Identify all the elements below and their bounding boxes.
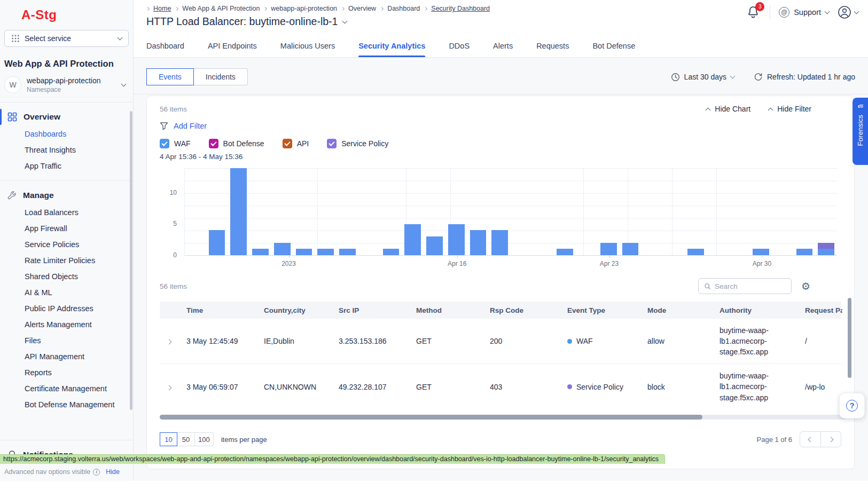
add-filter-button[interactable]: Add Filter bbox=[160, 122, 841, 130]
sidebar-item[interactable]: AI & ML bbox=[0, 284, 133, 301]
chart-bar-slot[interactable] bbox=[554, 168, 576, 255]
tab[interactable]: Bot Defense bbox=[592, 42, 635, 57]
chart-bar-slot[interactable] bbox=[728, 168, 750, 255]
chart-bar-slot[interactable] bbox=[511, 168, 533, 255]
chart-bar-slot[interactable] bbox=[358, 168, 380, 255]
chart-bar-slot[interactable] bbox=[380, 168, 402, 255]
chart-bar-slot[interactable] bbox=[772, 168, 794, 255]
sidebar-item[interactable]: Shared Objects bbox=[0, 268, 133, 284]
chart-bar-slot[interactable] bbox=[249, 168, 271, 255]
sidebar-item[interactable]: Dashboards bbox=[0, 126, 133, 142]
chart-bar-slot[interactable] bbox=[489, 168, 511, 255]
chart-bar-slot[interactable] bbox=[641, 168, 663, 255]
sidebar-item[interactable]: Bot Defense Management bbox=[0, 397, 133, 413]
tab[interactable]: Alerts bbox=[493, 42, 513, 57]
account-menu[interactable] bbox=[838, 5, 858, 19]
breadcrumb-item[interactable]: Web App & API Protection bbox=[182, 5, 260, 12]
breadcrumb-item[interactable]: Home bbox=[153, 5, 171, 12]
refresh-button[interactable]: Refresh: Updated 1 hr ago bbox=[754, 73, 855, 82]
toggle-button[interactable]: Events bbox=[146, 68, 194, 85]
page-size-button[interactable]: 10 bbox=[160, 432, 177, 446]
row-expand-button[interactable] bbox=[160, 383, 186, 391]
sidebar-item[interactable]: Files bbox=[0, 333, 133, 349]
chart-bar-slot[interactable] bbox=[467, 168, 489, 255]
sidebar-item[interactable]: Service Policies bbox=[0, 236, 133, 252]
breadcrumb-item[interactable]: webapp-api-protection bbox=[271, 5, 337, 12]
namespace-selector[interactable]: W webapp-api-protection Namespace bbox=[0, 69, 133, 102]
chart-bar-slot[interactable] bbox=[424, 168, 445, 255]
previous-page-button[interactable] bbox=[800, 432, 820, 447]
filter-checkbox-item[interactable]: Bot Defense bbox=[209, 139, 264, 148]
chart-bar-slot[interactable] bbox=[337, 168, 358, 255]
sidebar-section-overview[interactable]: Overview bbox=[0, 108, 133, 126]
chart-bar-slot[interactable] bbox=[620, 168, 642, 255]
tab[interactable]: Malicious Users bbox=[280, 42, 335, 57]
page-size-button[interactable]: 100 bbox=[195, 432, 214, 446]
notifications-bell-button[interactable]: 3 bbox=[747, 5, 761, 19]
breadcrumb-item[interactable]: Dashboard bbox=[387, 5, 420, 12]
sidebar-item[interactable]: Threat Insights bbox=[0, 142, 133, 158]
sidebar-item[interactable]: Load Balancers bbox=[0, 204, 133, 220]
chart-bar-slot[interactable] bbox=[815, 168, 837, 255]
table-row[interactable]: 3 May 12:45:49 IE,Dublin 3.253.153.186 G… bbox=[160, 319, 841, 364]
filter-checkbox-item[interactable]: Service Policy bbox=[327, 139, 388, 148]
table-horizontal-scrollbar[interactable] bbox=[160, 415, 847, 420]
chart-bar-slot[interactable] bbox=[576, 168, 598, 255]
chart-bar-slot[interactable] bbox=[228, 168, 249, 255]
table-settings-gear-icon[interactable]: ⚙ bbox=[801, 281, 810, 291]
forensics-panel-tab[interactable]: ‹≡ Forensics bbox=[853, 98, 868, 165]
checkbox-checked-icon[interactable] bbox=[209, 139, 218, 148]
tab[interactable]: Requests bbox=[536, 42, 569, 57]
toggle-button[interactable]: Incidents bbox=[194, 68, 248, 85]
sidebar-item[interactable]: Reports bbox=[0, 365, 133, 381]
table-vertical-scrollbar[interactable] bbox=[848, 298, 851, 378]
sidebar-item[interactable]: Rate Limiter Policies bbox=[0, 252, 133, 268]
support-menu[interactable]: @ Support bbox=[779, 7, 829, 18]
chart-bar-slot[interactable] bbox=[598, 168, 620, 255]
sidebar-item[interactable]: API Management bbox=[0, 349, 133, 365]
sidebar-item[interactable]: App Firewall bbox=[0, 220, 133, 236]
help-button[interactable]: ? bbox=[839, 393, 865, 418]
chart-bar-slot[interactable] bbox=[663, 168, 685, 255]
time-range-selector[interactable]: Last 30 days bbox=[671, 73, 734, 82]
chart-bar-slot[interactable] bbox=[794, 168, 816, 255]
hide-chart-button[interactable]: Hide Chart bbox=[706, 105, 750, 113]
chart-bar-slot[interactable] bbox=[750, 168, 772, 255]
scrollbar-thumb[interactable] bbox=[160, 415, 702, 420]
chart-bar-slot[interactable] bbox=[315, 168, 337, 255]
sidebar-section-manage[interactable]: Manage bbox=[0, 186, 133, 204]
sidebar-item[interactable]: Alerts Management bbox=[0, 317, 133, 333]
chart-bar-slot[interactable] bbox=[685, 168, 707, 255]
chart-bar-slot[interactable] bbox=[293, 168, 315, 255]
tab[interactable]: API Endpoints bbox=[208, 42, 257, 57]
sidebar-scrollbar[interactable] bbox=[130, 111, 132, 410]
next-page-button[interactable] bbox=[820, 432, 841, 447]
chart-bar-slot[interactable] bbox=[402, 168, 424, 255]
chart-bar-slot[interactable] bbox=[707, 168, 729, 255]
hide-filter-button[interactable]: Hide Filter bbox=[769, 105, 811, 113]
sidebar-item[interactable]: App Traffic bbox=[0, 158, 133, 174]
chart-bar-slot[interactable] bbox=[445, 168, 467, 255]
filter-checkbox-item[interactable]: WAF bbox=[160, 139, 191, 148]
tab[interactable]: Security Analytics bbox=[358, 42, 425, 57]
row-expand-button[interactable] bbox=[160, 337, 186, 345]
page-size-button[interactable]: 50 bbox=[177, 432, 195, 446]
hide-advanced-nav-link[interactable]: Hide bbox=[106, 468, 120, 476]
sidebar-item[interactable]: Certificate Management bbox=[0, 381, 133, 397]
breadcrumb-item[interactable]: Security Dashboard bbox=[431, 5, 490, 12]
search-input[interactable] bbox=[715, 282, 786, 290]
chart-bar-slot[interactable] bbox=[533, 168, 554, 255]
chevron-down-icon[interactable] bbox=[342, 18, 348, 23]
checkbox-checked-icon[interactable] bbox=[283, 139, 292, 148]
chart-bar-slot[interactable] bbox=[206, 168, 228, 255]
chart-bar-slot[interactable] bbox=[271, 168, 293, 255]
sidebar-item[interactable]: Public IP Addresses bbox=[0, 301, 133, 317]
breadcrumb-item[interactable]: Overview bbox=[348, 5, 376, 12]
checkbox-checked-icon[interactable] bbox=[160, 139, 169, 148]
table-row[interactable]: 3 May 06:59:07 CN,UNKNOWN 49.232.28.107 … bbox=[160, 364, 841, 409]
service-selector[interactable]: Select service bbox=[4, 30, 129, 47]
tab[interactable]: Dashboard bbox=[146, 42, 184, 57]
checkbox-checked-icon[interactable] bbox=[327, 139, 337, 148]
tab[interactable]: DDoS bbox=[449, 42, 470, 57]
chart-bar-slot[interactable] bbox=[184, 168, 206, 255]
